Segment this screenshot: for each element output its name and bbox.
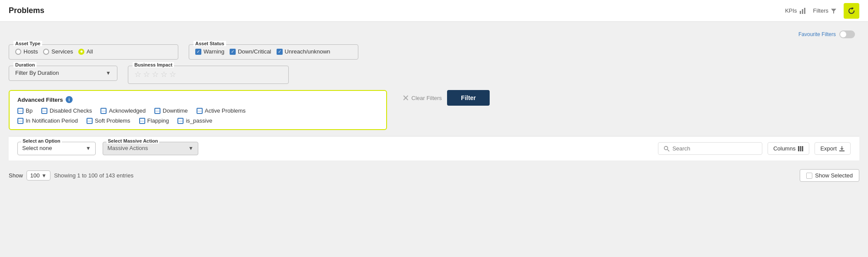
bottom-bar-right: Columns Export xyxy=(658,142,851,155)
select-option-chevron[interactable]: ▼ xyxy=(86,145,91,151)
columns-button[interactable]: Columns xyxy=(768,142,809,155)
search-input-wrap[interactable] xyxy=(658,142,762,155)
show-chevron-icon: ▼ xyxy=(41,173,47,179)
flapping-filter[interactable]: — Flapping xyxy=(139,117,169,124)
bottom-bar: Select an Option Select none ▼ Select Ma… xyxy=(9,136,859,160)
is-passive-checkbox[interactable]: — xyxy=(177,118,184,124)
kpis-button[interactable]: KPIs xyxy=(785,7,806,14)
bp-filter[interactable]: — Bp xyxy=(17,107,33,114)
asset-status-label: Asset Status xyxy=(194,41,226,46)
svg-rect-8 xyxy=(798,146,799,151)
asset-type-hosts[interactable]: Hosts xyxy=(15,48,38,55)
export-label: Export xyxy=(820,145,837,152)
filter-icon xyxy=(831,8,837,14)
duration-select[interactable]: Filter By Duration ▼ xyxy=(15,70,111,76)
info-icon: i xyxy=(66,96,73,103)
bar-chart-icon xyxy=(799,7,806,14)
search-input[interactable] xyxy=(672,145,751,152)
soft-problems-filter[interactable]: — Soft Problems xyxy=(87,117,130,124)
show-select[interactable]: 100 ▼ xyxy=(27,170,51,180)
star-5[interactable]: ☆ xyxy=(169,70,176,79)
unreach-checkbox-option[interactable]: ✓ Unreach/unknown xyxy=(277,48,331,55)
asset-type-group: Asset Type Hosts Services All xyxy=(9,44,178,60)
show-selected-button[interactable]: Show Selected xyxy=(800,169,859,182)
duration-group: Duration Filter By Duration ▼ xyxy=(9,66,117,81)
columns-icon xyxy=(798,146,804,152)
select-option-value: Select none xyxy=(22,145,82,151)
filter-button[interactable]: Filter xyxy=(447,90,490,106)
down-critical-checkbox-option[interactable]: ✓ Down/Critical xyxy=(230,48,271,55)
asset-type-services[interactable]: Services xyxy=(43,48,73,55)
is-passive-filter[interactable]: — is_passive xyxy=(177,117,212,124)
star-1[interactable]: ☆ xyxy=(134,70,141,79)
duration-placeholder: Filter By Duration xyxy=(15,70,59,76)
show-selected-checkbox[interactable] xyxy=(806,173,812,179)
fav-filters-toggle[interactable] xyxy=(839,30,855,38)
duration-label: Duration xyxy=(13,62,37,67)
svg-rect-10 xyxy=(802,146,803,151)
clear-filters-label: Clear Filters xyxy=(411,95,442,101)
star-3[interactable]: ☆ xyxy=(152,70,159,79)
svg-rect-9 xyxy=(800,146,801,151)
notification-period-checkbox[interactable]: — xyxy=(17,118,23,124)
fav-filters-label: Favourite Filters xyxy=(798,31,836,37)
business-impact-label: Business Impact xyxy=(133,62,174,67)
asset-type-label: Asset Type xyxy=(13,41,42,46)
show-value: 100 xyxy=(30,172,40,179)
svg-rect-1 xyxy=(802,9,803,14)
svg-marker-3 xyxy=(831,9,836,13)
filters-label: Filters xyxy=(813,7,828,14)
services-radio[interactable] xyxy=(43,49,49,55)
clear-filters-button[interactable]: Clear Filters xyxy=(403,95,442,101)
acknowledged-filter[interactable]: — Acknowledged xyxy=(100,107,146,114)
select-option-label: Select an Option xyxy=(21,138,62,144)
show-row: Show 100 ▼ Showing 1 to 100 of 143 entri… xyxy=(0,165,868,186)
asset-status-group: Asset Status ✓ Warning ✓ Down/Critical ✓… xyxy=(189,44,358,60)
warning-checkbox[interactable]: ✓ xyxy=(195,49,201,55)
filters-button[interactable]: Filters xyxy=(813,7,837,14)
page-title: Problems xyxy=(9,6,44,15)
advanced-filter-row-2: — In Notification Period — Soft Problems… xyxy=(17,117,378,124)
notification-period-filter[interactable]: — In Notification Period xyxy=(17,117,78,124)
duration-chevron-icon: ▼ xyxy=(106,70,111,76)
stars-row[interactable]: ☆ ☆ ☆ ☆ ☆ xyxy=(134,70,176,79)
massive-action-group: Select Massive Action Massive Actions ▼ xyxy=(103,142,198,155)
svg-point-6 xyxy=(664,146,668,150)
export-icon xyxy=(839,146,845,152)
active-problems-checkbox[interactable]: — xyxy=(197,108,203,114)
columns-label: Columns xyxy=(773,145,795,152)
svg-line-7 xyxy=(668,150,669,151)
export-button[interactable]: Export xyxy=(815,142,851,155)
star-4[interactable]: ☆ xyxy=(160,70,167,79)
bp-checkbox[interactable]: — xyxy=(17,108,23,114)
acknowledged-checkbox[interactable]: — xyxy=(100,108,107,114)
hosts-radio[interactable] xyxy=(15,49,21,55)
search-icon xyxy=(664,146,670,152)
massive-action-chevron[interactable]: ▼ xyxy=(188,145,194,151)
kpis-label: KPIs xyxy=(785,7,797,14)
refresh-button[interactable] xyxy=(844,3,859,19)
active-problems-filter[interactable]: — Active Problems xyxy=(197,107,246,114)
down-critical-checkbox[interactable]: ✓ xyxy=(230,49,236,55)
svg-rect-0 xyxy=(800,11,801,14)
advanced-filters-box: Advanced Filters i — Bp — Disabled Check… xyxy=(9,90,387,130)
downtime-checkbox[interactable]: — xyxy=(154,108,160,114)
clear-icon xyxy=(403,95,409,101)
massive-action-value: Massive Actions xyxy=(107,145,185,151)
warning-checkbox-option[interactable]: ✓ Warning xyxy=(195,48,224,55)
downtime-filter[interactable]: — Downtime xyxy=(154,107,188,114)
disabled-checks-checkbox[interactable]: — xyxy=(41,108,47,114)
disabled-checks-filter[interactable]: — Disabled Checks xyxy=(41,107,92,114)
all-radio[interactable] xyxy=(78,49,84,55)
svg-rect-2 xyxy=(804,8,805,14)
advanced-filters-title: Advanced Filters i xyxy=(17,96,378,103)
svg-rect-11 xyxy=(839,150,845,151)
refresh-icon xyxy=(848,7,855,15)
unreach-checkbox[interactable]: ✓ xyxy=(277,49,283,55)
flapping-checkbox[interactable]: — xyxy=(139,118,145,124)
soft-problems-checkbox[interactable]: — xyxy=(87,118,93,124)
show-selected-label: Show Selected xyxy=(815,172,853,179)
star-2[interactable]: ☆ xyxy=(143,70,150,79)
filter-button-label: Filter xyxy=(461,94,476,101)
asset-type-all[interactable]: All xyxy=(78,48,93,55)
